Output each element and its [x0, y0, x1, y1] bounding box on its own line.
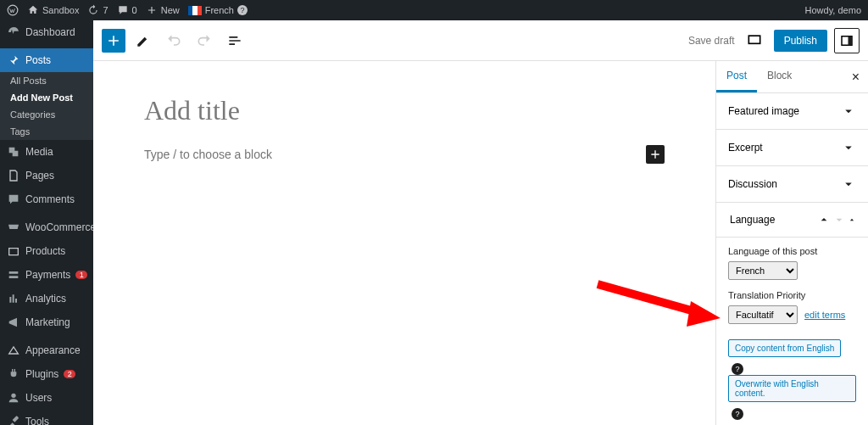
updates-link[interactable]: 7	[87, 4, 108, 16]
priority-label: Translation Priority	[728, 290, 856, 300]
save-draft-button[interactable]: Save draft	[688, 35, 735, 47]
chevron-down-icon	[841, 103, 856, 119]
publish-button[interactable]: Publish	[774, 30, 827, 52]
comments-link[interactable]: 0	[117, 4, 137, 16]
howdy-link[interactable]: Howdy, demo	[805, 5, 861, 15]
sidebar-item-appearance[interactable]: Appearance	[0, 338, 93, 362]
plugin-icon	[7, 367, 20, 381]
plus-icon	[105, 32, 122, 49]
sidebar-item-plugins[interactable]: Plugins2	[0, 362, 93, 386]
analytics-icon	[7, 292, 20, 305]
language-select[interactable]: French	[728, 261, 798, 280]
dashboard-icon	[7, 25, 20, 39]
sidebar-sub-all-posts[interactable]: All Posts	[0, 72, 93, 89]
refresh-icon	[87, 4, 99, 16]
chevron-down-icon	[841, 176, 856, 192]
panel-language-body: Language of this post French Translation…	[716, 238, 868, 425]
overwrite-content-button[interactable]: Overwrite with English content.	[728, 375, 856, 402]
priority-select[interactable]: Facultatif	[728, 305, 798, 324]
comment-icon	[117, 4, 129, 16]
caret-up-icon	[848, 213, 856, 226]
flag-france-icon	[188, 6, 202, 15]
svg-rect-3	[748, 36, 760, 43]
add-block-button[interactable]	[102, 29, 125, 53]
copy-content-button[interactable]: Copy content from English	[728, 339, 841, 357]
redo-icon	[196, 32, 213, 49]
document-overview-button[interactable]	[222, 28, 248, 53]
pin-icon	[7, 53, 20, 67]
help-icon[interactable]: ?	[732, 363, 743, 375]
badge: 1	[75, 271, 87, 279]
redo-button[interactable]	[192, 28, 217, 53]
svg-point-1	[11, 394, 15, 398]
sidebar-item-posts[interactable]: Posts	[0, 48, 93, 72]
payments-icon	[7, 268, 20, 282]
sidebar-item-comments[interactable]: Comments	[0, 187, 93, 211]
sidebar-sub-categories[interactable]: Categories	[0, 106, 93, 123]
woo-icon	[7, 221, 20, 234]
close-settings-button[interactable]: ×	[843, 63, 868, 92]
preview-button[interactable]	[742, 28, 767, 53]
undo-button[interactable]	[161, 28, 186, 53]
plus-icon	[648, 148, 662, 161]
media-icon	[7, 145, 20, 159]
sidebar-item-products[interactable]: Products	[0, 239, 93, 263]
post-title-input[interactable]: Add title	[144, 95, 665, 126]
admin-topbar: Sandbox 7 0 New French? Howdy, demo	[0, 0, 868, 20]
sidebar-sub-add-new[interactable]: Add New Post	[0, 89, 93, 106]
editor-toolbar: Save draft Publish	[93, 20, 868, 61]
wp-logo[interactable]	[7, 4, 19, 16]
site-link[interactable]: Sandbox	[27, 4, 79, 16]
page-icon	[7, 169, 20, 182]
inline-add-block-button[interactable]	[646, 145, 665, 164]
chevron-up-icon	[817, 213, 831, 226]
undo-icon	[165, 32, 182, 49]
sidebar-item-tools[interactable]: Tools	[0, 410, 93, 425]
panel-excerpt[interactable]: Excerpt	[716, 130, 868, 166]
block-editor: Save draft Publish Add title Type / to c…	[93, 20, 868, 425]
sidebar-item-payments[interactable]: Payments1	[0, 263, 93, 287]
sidebar-sub-tags[interactable]: Tags	[0, 123, 93, 140]
settings-toggle-button[interactable]	[834, 28, 860, 53]
help-icon: ?	[237, 5, 248, 15]
chevron-down-icon	[841, 140, 856, 155]
svg-rect-5	[849, 36, 853, 45]
panel-featured-image[interactable]: Featured image	[716, 93, 868, 130]
tab-post[interactable]: Post	[716, 61, 757, 92]
list-icon	[226, 32, 243, 49]
sidebar-icon	[839, 33, 854, 48]
settings-sidebar: Post Block × Featured image Excerpt Disc…	[715, 61, 868, 425]
desktop-icon	[746, 32, 763, 49]
tab-block[interactable]: Block	[757, 61, 802, 92]
panel-language[interactable]: Language	[716, 203, 868, 238]
plus-icon	[146, 4, 158, 16]
sidebar-item-marketing[interactable]: Marketing	[0, 310, 93, 334]
tools-icon	[7, 415, 20, 425]
help-icon[interactable]: ?	[732, 408, 743, 420]
editor-canvas[interactable]: Add title Type / to choose a block	[93, 61, 715, 425]
users-icon	[7, 391, 20, 405]
language-link[interactable]: French?	[188, 5, 248, 15]
edit-terms-link[interactable]: edit terms	[804, 310, 845, 320]
appearance-icon	[7, 344, 20, 357]
home-icon	[27, 4, 39, 16]
sidebar-item-analytics[interactable]: Analytics	[0, 287, 93, 310]
comment-icon	[7, 193, 20, 206]
new-link[interactable]: New	[146, 4, 180, 16]
badge: 2	[64, 370, 75, 378]
admin-sidebar: Dashboard Posts All Posts Add New Post C…	[0, 20, 93, 425]
sidebar-item-woocommerce[interactable]: WooCommerce1	[0, 215, 93, 239]
products-icon	[7, 244, 20, 258]
sidebar-item-pages[interactable]: Pages	[0, 164, 93, 187]
sidebar-item-media[interactable]: Media	[0, 140, 93, 164]
sidebar-item-dashboard[interactable]: Dashboard	[0, 20, 93, 44]
block-placeholder[interactable]: Type / to choose a block	[144, 148, 272, 161]
edit-icon	[135, 32, 152, 49]
sidebar-item-users[interactable]: Users	[0, 386, 93, 410]
panel-discussion[interactable]: Discussion	[716, 166, 868, 203]
tools-button[interactable]	[131, 28, 156, 53]
chevron-down-icon	[832, 213, 846, 226]
marketing-icon	[7, 316, 20, 329]
lang-of-post-label: Language of this post	[728, 246, 856, 256]
